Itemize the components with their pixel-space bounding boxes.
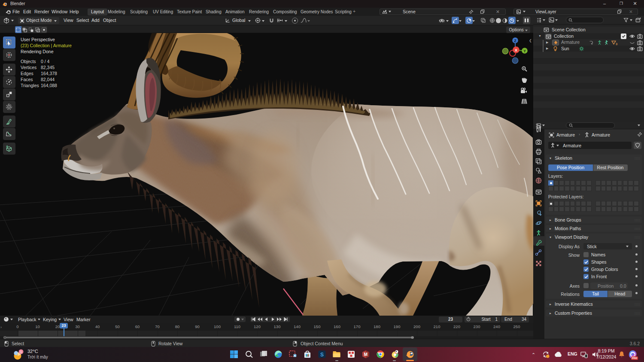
svg-text:Z: Z (514, 39, 516, 43)
svg-text:X: X (515, 48, 517, 52)
svg-text:1: 1 (20, 350, 22, 354)
svg-text:S: S (320, 352, 324, 358)
svg-text:M: M (364, 352, 368, 357)
svg-text:Y: Y (523, 49, 526, 53)
